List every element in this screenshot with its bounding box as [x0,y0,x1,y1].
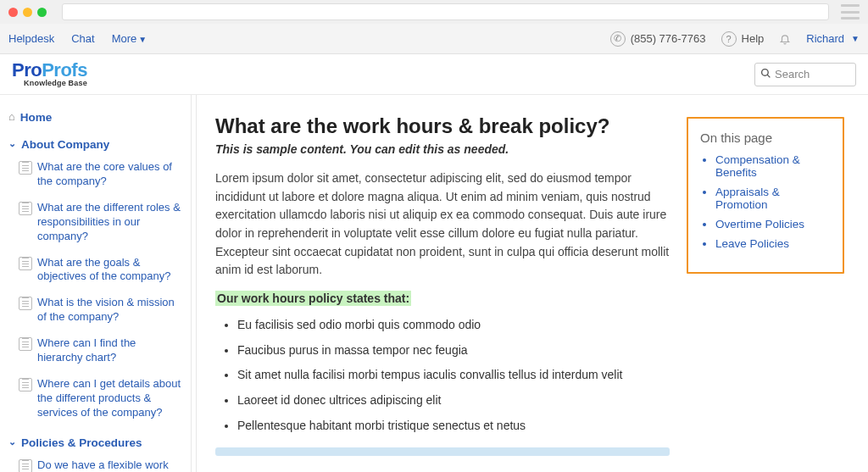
header-logo-row: ProProfs Knowledge Base Search [0,54,868,95]
bullet-item: Laoreet id donec ultrices adipiscing eli… [237,392,670,409]
user-menu[interactable]: Richard▼ [806,32,860,45]
sidebar-article-label: What are the goals & objectives of the c… [37,256,182,285]
help-link[interactable]: ? Help [721,31,765,47]
menu-icon[interactable] [841,4,860,19]
sidebar-article[interactable]: What is the vision & mission of the comp… [7,292,184,328]
logo[interactable]: ProProfs Knowledge Base [12,61,87,87]
bullet-item: Eu facilisis sed odio morbi quis commodo… [237,317,670,334]
toc-link[interactable]: Overtime Policies [715,218,831,230]
page-subtitle: This is sample content. You can edit thi… [215,142,670,156]
document-icon [19,202,32,215]
chevron-down-icon: ▼ [851,34,860,43]
minimize-window-icon[interactable] [23,8,32,17]
bullet-item: Faucibus purus in massa tempor nec feugi… [237,342,670,359]
document-icon [19,337,32,351]
article-bullet-list: Eu facilisis sed odio morbi quis commodo… [215,317,670,434]
sidebar-article[interactable]: What are the different roles & responsib… [7,197,184,247]
document-icon [19,378,32,391]
close-window-icon[interactable] [8,8,18,17]
notifications[interactable] [779,33,791,45]
content-area: What are the work hours & break policy? … [197,95,868,472]
phone-icon: ✆ [610,31,626,47]
highlighted-heading: Our work hours policy states that: [215,291,411,306]
document-icon [19,297,32,310]
page-title: What are the work hours & break policy? [215,114,670,139]
article-paragraph: Lorem ipsum dolor sit amet, consectetur … [215,169,670,280]
sidebar-article-label: Where can I get details about the differ… [37,377,182,420]
document-icon [19,257,32,270]
info-box [215,447,670,456]
sidebar-article-label: What are the core values of the company? [37,160,182,189]
phone-number[interactable]: ✆ (855) 776-7763 [610,31,706,47]
article: What are the work hours & break policy? … [215,114,670,472]
sidebar-article[interactable]: Do we have a flexible work option? [7,455,184,472]
on-this-page-panel: On this page Compensation & BenefitsAppr… [687,117,844,274]
bell-icon [779,33,791,45]
chevron-down-icon: ⌄ [8,436,16,447]
search-input[interactable]: Search [754,63,856,86]
sidebar-article-label: Where can I find the hierarchy chart? [37,336,182,365]
nav-chat[interactable]: Chat [71,32,94,45]
toc-link[interactable]: Leave Policies [715,237,831,250]
main: ⌂ Home ⌄ About Company What are the core… [0,95,868,472]
sidebar-article[interactable]: What are the goals & objectives of the c… [7,253,184,288]
home-icon: ⌂ [8,110,15,125]
bullet-item: Sit amet nulla facilisi morbi tempus iac… [237,367,670,384]
sidebar-section-about[interactable]: ⌄ About Company [7,130,184,158]
chevron-down-icon: ⌄ [8,137,16,149]
sidebar-article-label: What are the different roles & responsib… [37,201,182,244]
svg-point-0 [762,69,769,75]
document-icon [19,459,32,472]
nav-helpdesk[interactable]: Helpdesk [8,32,54,45]
toc-link[interactable]: Appraisals & Promotion [715,186,831,211]
toc-title: On this page [700,130,831,145]
sidebar-article[interactable]: What are the core values of the company? [7,157,184,192]
sidebar-article-label: Do we have a flexible work option? [37,458,182,472]
svg-line-1 [767,75,770,77]
toc-link[interactable]: Compensation & Benefits [715,153,831,179]
sidebar-home[interactable]: ⌂ Home [7,103,184,130]
nav-more[interactable]: More▼ [112,32,147,45]
chevron-down-icon: ▼ [138,35,147,44]
sidebar-article[interactable]: Where can I find the hierarchy chart? [7,333,184,369]
url-bar[interactable] [62,3,829,20]
top-menubar: Helpdesk Chat More▼ ✆ (855) 776-7763 ? H… [0,24,868,54]
window-chrome [0,0,868,24]
sidebar-article-label: What is the vision & mission of the comp… [37,296,182,325]
maximize-window-icon[interactable] [37,8,47,17]
document-icon [19,161,32,175]
search-icon [760,68,771,81]
sidebar-article[interactable]: Where can I get details about the differ… [7,374,184,424]
help-icon: ? [721,31,737,47]
bullet-item: Pellentesque habitant morbi tristique se… [237,418,670,435]
sidebar-section-policies[interactable]: ⌄ Policies & Procedures [7,429,184,456]
sidebar: ⌂ Home ⌄ About Company What are the core… [0,95,192,472]
